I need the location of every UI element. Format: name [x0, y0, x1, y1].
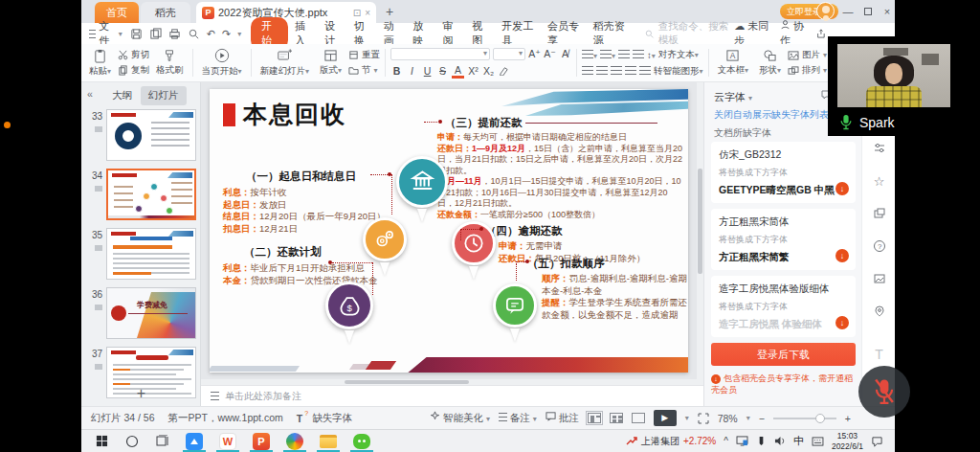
keyboard-icon[interactable]	[812, 437, 824, 446]
notes-button[interactable]: 备注 ▾	[499, 412, 537, 425]
slideshow-play-button[interactable]: ▶	[654, 410, 677, 426]
slide-thumbnail[interactable]	[106, 109, 196, 161]
effects-star-icon[interactable]: ☆	[872, 174, 886, 189]
command-search[interactable]: 查找命令、搜索模板	[645, 20, 734, 47]
avatar[interactable]	[816, 2, 835, 20]
cortana-search-button[interactable]	[122, 435, 143, 448]
display-icon[interactable]	[736, 436, 748, 446]
decrease-indent-button[interactable]	[618, 50, 630, 60]
selection-pane-icon[interactable]	[872, 207, 886, 221]
increase-font-icon[interactable]: A⁺	[528, 48, 541, 59]
hidden-icons-chevron[interactable]: ^	[724, 436, 728, 446]
undo-icon[interactable]: ↶	[207, 28, 215, 40]
align-center-button[interactable]	[596, 66, 608, 77]
save-icon[interactable]	[130, 28, 143, 40]
strikethrough-button[interactable]: S	[436, 65, 449, 77]
justify-button[interactable]	[625, 66, 636, 77]
text-box-button[interactable]: A 文本框▾	[714, 46, 753, 79]
mute-microphone-button[interactable]	[858, 366, 910, 418]
notes-bar[interactable]: 单击此处添加备注	[201, 385, 703, 406]
slide-thumbnail[interactable]	[106, 228, 196, 280]
align-text-button[interactable]: 对齐文本▾	[658, 49, 699, 61]
pen-icon[interactable]	[756, 436, 767, 446]
zoom-slider-thumb[interactable]	[815, 414, 825, 423]
close-window-button[interactable]: ×	[880, 4, 895, 19]
download-font-icon[interactable]: ↓	[835, 316, 849, 329]
start-button[interactable]	[91, 435, 112, 447]
italic-button[interactable]: I	[406, 65, 418, 77]
properties-icon[interactable]	[872, 142, 886, 156]
close-tab-icon[interactable]: ×	[365, 8, 370, 18]
slide-sorter-icon[interactable]	[610, 413, 623, 423]
superscript-button[interactable]: X²	[467, 65, 479, 77]
smart-beautify-button[interactable]: 智能美化 ▾	[430, 411, 490, 425]
comments-button[interactable]: 批注	[546, 411, 579, 425]
wps-presentation-taskbar-icon[interactable]: P	[249, 431, 274, 452]
play-from-current-button[interactable]: 当页开始▾	[198, 46, 246, 79]
close-auto-show-link[interactable]: 关闭自动展示缺失字体列表	[714, 108, 829, 122]
reset-button[interactable]: 重置	[348, 49, 380, 61]
clock[interactable]: 15:032022/6/1	[832, 431, 863, 451]
collapse-panel-icon[interactable]: «	[87, 88, 93, 100]
maximize-button[interactable]	[860, 4, 876, 19]
stock-ticker[interactable]: 上港集团 +2.72%	[626, 435, 716, 448]
location-pin-icon[interactable]	[872, 305, 886, 319]
share-icon[interactable]	[816, 28, 826, 39]
slide-title[interactable]: 本息回收	[243, 99, 346, 130]
underline-button[interactable]: U	[421, 65, 434, 77]
minimize-button[interactable]: —	[840, 4, 856, 19]
volume-icon[interactable]	[774, 436, 786, 446]
bullet-list-button[interactable]: ▾	[582, 50, 597, 60]
copy-button[interactable]: 复制	[118, 64, 149, 77]
subscript-button[interactable]: X₂	[482, 65, 495, 77]
webcam-overlay[interactable]: Spark	[828, 36, 980, 136]
browser-app-taskbar-icon[interactable]	[282, 431, 307, 452]
download-after-login-button[interactable]: 登录后下载	[711, 343, 856, 366]
chevron-down-icon[interactable]: ▾	[685, 414, 689, 422]
normal-view-icon[interactable]	[588, 413, 601, 423]
zoom-in-button[interactable]: +	[845, 413, 851, 424]
missing-fonts-status[interactable]: 缺失字体	[312, 412, 352, 425]
font-color-button[interactable]: A	[452, 64, 464, 79]
missing-font-card[interactable]: 方正粗黑宋简体将替换成下方字体方正粗黑宋简繁↓	[711, 209, 856, 270]
reading-view-icon[interactable]	[632, 413, 645, 423]
vertical-scrollbar[interactable]	[697, 82, 703, 379]
format-painter-button[interactable]: 格式刷	[152, 46, 188, 79]
print-icon[interactable]	[168, 28, 181, 40]
image-tool-icon[interactable]	[872, 272, 886, 286]
clear-format-icon[interactable]: A̸	[559, 48, 571, 59]
font-size-select[interactable]	[493, 48, 525, 60]
text-tool-icon[interactable]: T	[872, 347, 886, 361]
to-smart-graphic-button[interactable]: 转智能图形▾	[654, 65, 703, 78]
print-preview-icon[interactable]	[188, 28, 200, 40]
increase-indent-button[interactable]	[633, 50, 644, 60]
line-spacing-button[interactable]: ↕▾	[647, 50, 656, 60]
shapes-button[interactable]: 形状▾	[755, 46, 785, 79]
distribute-button[interactable]	[639, 66, 651, 77]
zoom-slider[interactable]	[773, 418, 836, 419]
redo-icon[interactable]: ↷	[222, 28, 231, 40]
action-center-icon[interactable]	[871, 436, 883, 447]
bold-button[interactable]: B	[390, 65, 403, 77]
highlight-button[interactable]	[498, 65, 510, 78]
numbered-list-button[interactable]: ▾	[600, 50, 615, 60]
download-font-icon[interactable]: ↓	[835, 182, 849, 195]
add-slide-button[interactable]: +	[81, 385, 201, 402]
arrange-button[interactable]: 排列▾	[788, 64, 827, 77]
zoom-out-button[interactable]: −	[759, 413, 765, 424]
decrease-font-icon[interactable]: A⁻	[544, 48, 556, 59]
slide-layout-button[interactable]: 版式▾	[316, 46, 345, 79]
tab-outline[interactable]: 大纲	[104, 86, 140, 105]
paste-button[interactable]: 粘贴▾	[85, 46, 115, 79]
fit-slide-icon[interactable]	[698, 413, 709, 424]
wps-office-taskbar-icon[interactable]: W	[215, 431, 240, 452]
download-font-icon[interactable]: ↓	[835, 249, 849, 262]
missing-font-status-icon[interactable]: T	[297, 413, 302, 424]
picture-button[interactable]: 图片▾	[788, 49, 827, 61]
export-icon[interactable]	[149, 28, 162, 40]
section-button[interactable]: 节▾	[348, 64, 380, 77]
meeting-app-taskbar-icon[interactable]	[182, 431, 207, 452]
task-view-button[interactable]	[152, 435, 173, 447]
wechat-taskbar-icon[interactable]	[349, 431, 374, 452]
pin-tab-icon[interactable]: ⊡	[353, 8, 361, 18]
